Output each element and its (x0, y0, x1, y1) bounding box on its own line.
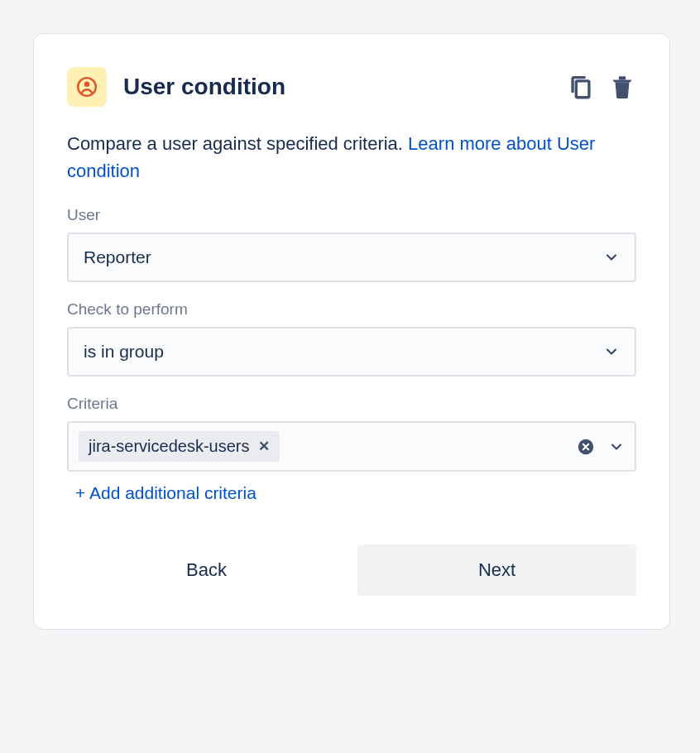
check-label: Check to perform (67, 300, 636, 319)
header-actions (567, 71, 636, 103)
svg-point-1 (84, 82, 90, 88)
criteria-label: Criteria (67, 395, 636, 413)
user-circle-icon (76, 76, 98, 98)
tag-remove-icon[interactable]: ✕ (258, 438, 270, 455)
duplicate-button[interactable] (567, 73, 595, 101)
user-label: User (67, 206, 636, 224)
panel-title: User condition (123, 74, 567, 100)
svg-rect-2 (576, 81, 589, 98)
back-button[interactable]: Back (67, 544, 346, 596)
copy-icon (567, 73, 595, 101)
user-field-group: User Reporter (67, 206, 636, 282)
description-text: Compare a user against specified criteri… (67, 133, 408, 154)
delete-button[interactable] (608, 71, 636, 103)
panel-description: Compare a user against specified criteri… (67, 130, 636, 185)
check-select-value: is in group (84, 342, 603, 362)
clear-icon (577, 438, 595, 456)
criteria-tag-label: jira-servicedesk-users (89, 437, 250, 456)
criteria-tag: jira-servicedesk-users ✕ (79, 431, 280, 462)
add-criteria-link[interactable]: + Add additional criteria (67, 472, 265, 503)
panel-header: User condition (67, 67, 636, 107)
trash-icon (608, 71, 636, 103)
chevron-down-icon (603, 249, 620, 266)
clear-all-button[interactable] (577, 438, 595, 456)
user-select[interactable]: Reporter (67, 233, 636, 282)
criteria-field-group: Criteria jira-servicedesk-users ✕ + Add … (67, 395, 636, 503)
check-select[interactable]: is in group (67, 327, 636, 376)
user-condition-panel: User condition Compare a user against sp… (33, 33, 670, 630)
chevron-down-icon (603, 343, 620, 360)
footer-actions: Back Next (67, 544, 636, 596)
check-field-group: Check to perform is in group (67, 300, 636, 376)
chevron-down-icon[interactable] (608, 439, 625, 455)
svg-rect-3 (619, 76, 626, 79)
criteria-select[interactable]: jira-servicedesk-users ✕ (67, 421, 636, 472)
condition-icon-badge (67, 67, 107, 107)
user-select-value: Reporter (84, 247, 603, 267)
next-button[interactable]: Next (357, 544, 636, 596)
